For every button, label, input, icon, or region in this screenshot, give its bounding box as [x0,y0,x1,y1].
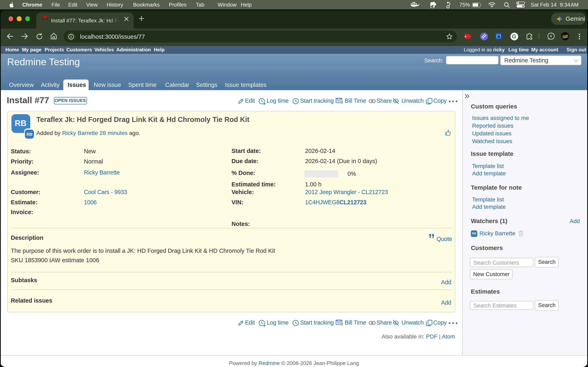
svg-text:Fabrication: Fabrication [562,36,569,38]
